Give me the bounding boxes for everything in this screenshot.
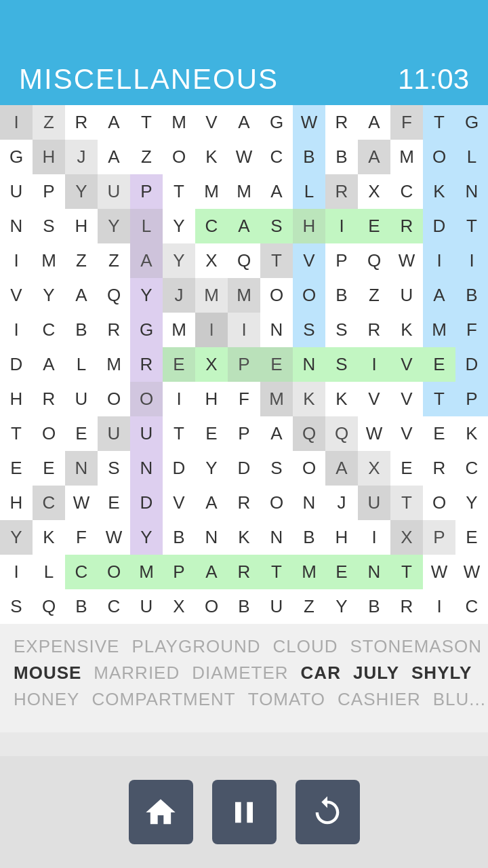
- grid-cell: P: [228, 347, 260, 382]
- grid-cell: V: [390, 347, 423, 382]
- grid-cell: B: [228, 589, 260, 624]
- grid-cell: B: [293, 140, 325, 174]
- grid-cell: Y: [455, 486, 488, 520]
- word-tomato: TOMATO: [248, 689, 325, 710]
- refresh-button[interactable]: [296, 780, 360, 844]
- grid-cell: Y: [163, 243, 195, 278]
- grid-cell: T: [423, 105, 455, 140]
- grid-cell: P: [163, 555, 195, 589]
- grid-cell: X: [195, 243, 228, 278]
- word-car: CAR: [301, 663, 341, 684]
- word-diameter: DIAMETER: [192, 663, 288, 684]
- grid-cell: E: [33, 451, 65, 486]
- grid-cell: Y: [195, 451, 228, 486]
- grid-cell: P: [325, 243, 358, 278]
- grid-cell: W: [390, 243, 423, 278]
- grid-cell: T: [390, 486, 423, 520]
- grid-cell: U: [98, 416, 130, 451]
- grid-cell: C: [455, 589, 488, 624]
- grid-cell: C: [260, 140, 293, 174]
- grid-cell: D: [0, 347, 33, 382]
- grid-cell: R: [130, 347, 163, 382]
- grid-cell: M: [130, 555, 163, 589]
- grid-cell: L: [33, 555, 65, 589]
- word-july: JULY: [353, 663, 399, 684]
- word-blu: BLU...: [433, 689, 486, 710]
- grid-cell: Z: [98, 243, 130, 278]
- grid-cell: B: [325, 140, 358, 174]
- grid-cell: D: [228, 451, 260, 486]
- grid-cell: A: [228, 209, 260, 243]
- grid-cell: O: [293, 451, 325, 486]
- grid-cell: A: [33, 347, 65, 382]
- grid-cell: F: [390, 105, 423, 140]
- grid-cell: R: [65, 105, 98, 140]
- grid-cell: B: [293, 520, 325, 555]
- grid-cell: Q: [325, 416, 358, 451]
- grid-cell: A: [423, 278, 455, 313]
- grid-cell: W: [358, 416, 390, 451]
- grid-cell: V: [163, 486, 195, 520]
- grid-cell: A: [358, 140, 390, 174]
- grid-cell: U: [130, 589, 163, 624]
- grid-cell: L: [293, 174, 325, 209]
- word-married: MARRIED: [94, 663, 180, 684]
- grid-cell: O: [423, 140, 455, 174]
- grid-cell: K: [228, 520, 260, 555]
- word-row-1: EXPENSIVE PLAYGROUND CLOUD STONEMASON: [14, 636, 474, 657]
- grid-cell: E: [325, 555, 358, 589]
- pause-button[interactable]: [212, 780, 277, 844]
- grid-cell: R: [228, 486, 260, 520]
- grid-cell: A: [65, 278, 98, 313]
- grid-cell: A: [260, 416, 293, 451]
- grid-cell: O: [293, 278, 325, 313]
- grid-cell: R: [423, 451, 455, 486]
- grid-cell: V: [195, 105, 228, 140]
- home-icon: [143, 795, 178, 830]
- grid-cell: S: [0, 589, 33, 624]
- grid-cell: T: [260, 243, 293, 278]
- word-shyly: SHYLY: [411, 663, 472, 684]
- grid-cell: W: [455, 555, 488, 589]
- grid-cell: U: [390, 278, 423, 313]
- grid-cell: H: [325, 520, 358, 555]
- word-row-2: MOUSE MARRIED DIAMETER CAR JULY SHYLY: [14, 663, 474, 684]
- grid-cell: V: [390, 416, 423, 451]
- grid-cell: V: [358, 382, 390, 416]
- grid-cell: L: [130, 209, 163, 243]
- grid-cell: J: [163, 278, 195, 313]
- refresh-icon: [310, 795, 345, 830]
- grid-cell: V: [293, 243, 325, 278]
- word-mouse: MOUSE: [14, 663, 81, 684]
- grid-cell: H: [0, 486, 33, 520]
- grid-cell: M: [98, 347, 130, 382]
- grid-cell: H: [195, 382, 228, 416]
- grid-cell: C: [195, 209, 228, 243]
- grid-cell: B: [65, 313, 98, 347]
- grid-cell: Z: [293, 589, 325, 624]
- grid-cell: G: [0, 140, 33, 174]
- grid-cell: T: [423, 382, 455, 416]
- grid-cell: R: [98, 313, 130, 347]
- grid-cell: N: [260, 313, 293, 347]
- grid-cell: X: [390, 520, 423, 555]
- grid-cell: X: [195, 347, 228, 382]
- grid-cell: I: [0, 313, 33, 347]
- grid-cell: Y: [130, 278, 163, 313]
- grid-cell: M: [163, 105, 195, 140]
- grid-cell: B: [163, 520, 195, 555]
- grid-cell: E: [423, 347, 455, 382]
- home-button[interactable]: [129, 780, 193, 844]
- grid-cell: S: [293, 313, 325, 347]
- grid-cell: R: [325, 174, 358, 209]
- grid-cell: P: [130, 174, 163, 209]
- grid-cell: N: [65, 451, 98, 486]
- grid-cell: E: [455, 520, 488, 555]
- grid-cell: H: [293, 209, 325, 243]
- grid-cell: A: [195, 555, 228, 589]
- grid-cell: Z: [33, 105, 65, 140]
- grid-cell: K: [293, 382, 325, 416]
- grid-cell: A: [98, 105, 130, 140]
- grid-cell: R: [228, 555, 260, 589]
- grid-cell: C: [33, 486, 65, 520]
